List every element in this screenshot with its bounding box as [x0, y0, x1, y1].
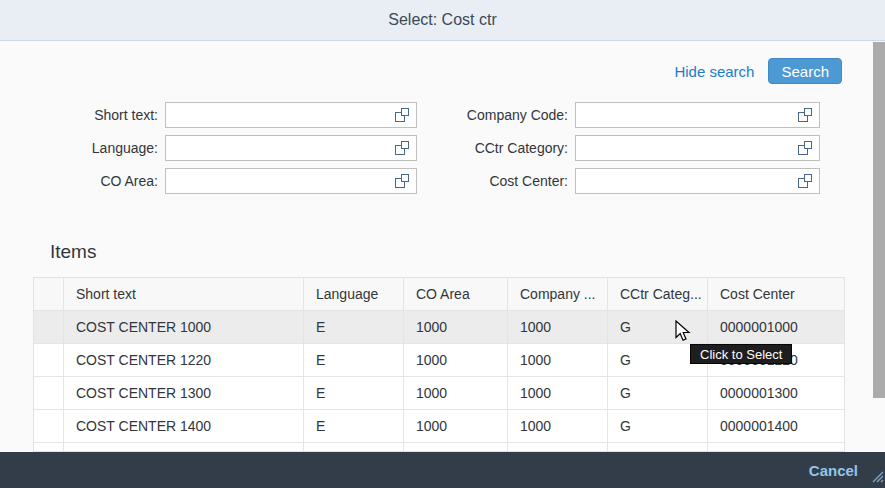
col-cctr-category: CCtr Categ... — [608, 278, 708, 310]
cell-cctr-category[interactable]: G — [608, 377, 708, 409]
cell-short-text[interactable]: COST CENTER 1400 — [64, 410, 304, 442]
co-area-field — [165, 168, 417, 194]
company-code-field — [575, 102, 820, 128]
cell-cctr-category[interactable]: G — [608, 410, 708, 442]
items-heading: Items — [50, 241, 96, 263]
cell-short-text[interactable]: COST CENTER 1000 — [64, 311, 304, 343]
row-selector-cell[interactable] — [34, 377, 64, 409]
value-help-icon[interactable] — [798, 174, 812, 188]
cctr-category-input[interactable] — [576, 136, 819, 160]
table-row[interactable]: COST CENTER 1300 E 1000 1000 G 000000130… — [34, 377, 844, 410]
value-help-icon[interactable] — [798, 108, 812, 122]
value-help-icon[interactable] — [395, 141, 409, 155]
cell-co-area[interactable]: 1000 — [404, 377, 508, 409]
dialog-footer: Cancel — [0, 452, 885, 488]
co-area-label: CO Area: — [60, 173, 165, 189]
col-language: Language — [304, 278, 404, 310]
mouse-cursor-icon — [674, 320, 693, 346]
row-selector-cell[interactable] — [34, 410, 64, 442]
search-button[interactable]: Search — [768, 58, 842, 84]
col-short-text: Short text — [64, 278, 304, 310]
cell-language[interactable]: E — [304, 410, 404, 442]
cell-co-area[interactable]: 1000 — [404, 311, 508, 343]
cell-cctr-category[interactable]: G — [608, 311, 708, 343]
selector-column-header — [34, 278, 64, 310]
cost-center-label: Cost Center: — [417, 173, 575, 189]
cell-short-text[interactable]: COST CENTER 1300 — [64, 377, 304, 409]
cell-cost-center[interactable]: 0000001300 — [708, 377, 844, 409]
value-help-icon[interactable] — [798, 141, 812, 155]
items-table: Short text Language CO Area Company ... … — [33, 277, 845, 452]
row-selector-cell[interactable] — [34, 311, 64, 343]
company-code-label: Company Code: — [417, 107, 575, 123]
short-text-label: Short text: — [60, 107, 165, 123]
table-row[interactable]: COST CENTER 1000 E 1000 1000 G 000000100… — [34, 311, 844, 344]
row-selector-cell[interactable] — [34, 344, 64, 376]
cost-center-field — [575, 168, 820, 194]
language-label: Language: — [60, 140, 165, 156]
cell-language[interactable]: E — [304, 377, 404, 409]
language-field — [165, 135, 417, 161]
vertical-scrollbar[interactable] — [873, 42, 885, 398]
language-input[interactable] — [166, 136, 416, 160]
cell-language[interactable]: E — [304, 344, 404, 376]
select-cost-ctr-dialog: Select: Cost ctr Hide search Search Shor… — [0, 0, 885, 488]
cell-language[interactable]: E — [304, 311, 404, 343]
cost-center-input[interactable] — [576, 169, 819, 193]
search-form: Short text: Company Code: Language: CCtr… — [60, 102, 820, 194]
cell-short-text[interactable]: COST CENTER 1220 — [64, 344, 304, 376]
cctr-category-label: CCtr Category: — [417, 140, 575, 156]
cell-company-code[interactable]: 1000 — [508, 377, 608, 409]
table-row[interactable]: COST CENTER 1400 E 1000 1000 G 000000140… — [34, 410, 844, 443]
co-area-input[interactable] — [166, 169, 416, 193]
cell-company-code[interactable]: 1000 — [508, 344, 608, 376]
col-company-code: Company ... — [508, 278, 608, 310]
table-header-row: Short text Language CO Area Company ... … — [34, 278, 844, 311]
cell-co-area[interactable]: 1000 — [404, 344, 508, 376]
cell-co-area[interactable]: 1000 — [404, 410, 508, 442]
table-row-partial[interactable] — [34, 443, 844, 452]
cancel-button[interactable]: Cancel — [809, 462, 858, 479]
short-text-input[interactable] — [166, 103, 416, 127]
company-code-input[interactable] — [576, 103, 819, 127]
value-help-icon[interactable] — [395, 174, 409, 188]
search-actions: Hide search Search — [674, 58, 842, 84]
resize-grip-icon[interactable] — [871, 469, 884, 487]
dialog-titlebar: Select: Cost ctr — [0, 0, 885, 41]
click-to-select-tooltip: Click to Select — [690, 344, 792, 364]
cell-cost-center[interactable]: 0000001000 — [708, 311, 844, 343]
short-text-field — [165, 102, 417, 128]
cell-cost-center[interactable]: 0000001400 — [708, 410, 844, 442]
cell-company-code[interactable]: 1000 — [508, 410, 608, 442]
dialog-title: Select: Cost ctr — [388, 11, 496, 29]
cell-company-code[interactable]: 1000 — [508, 311, 608, 343]
cctr-category-field — [575, 135, 820, 161]
col-co-area: CO Area — [404, 278, 508, 310]
value-help-icon[interactable] — [395, 108, 409, 122]
hide-search-link[interactable]: Hide search — [674, 63, 754, 80]
col-cost-center: Cost Center — [708, 278, 844, 310]
